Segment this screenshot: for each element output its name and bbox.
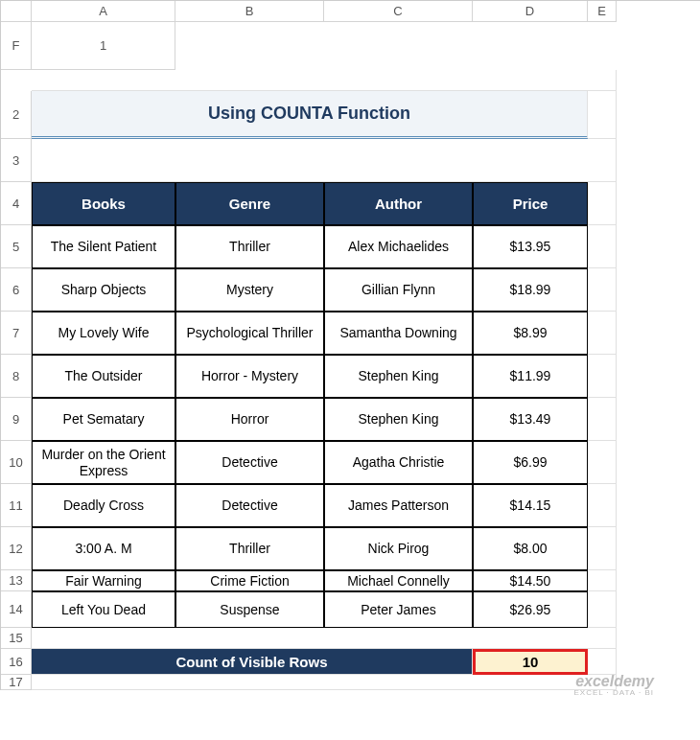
cell-price[interactable]: $14.50 — [473, 570, 588, 591]
row-header-12[interactable]: 12 — [1, 527, 32, 570]
cell-book[interactable]: The Silent Patient — [32, 225, 175, 268]
row-header-16[interactable]: 16 — [1, 649, 32, 675]
watermark-sub: EXCEL · DATA · BI — [573, 689, 654, 698]
cell-price[interactable]: $13.95 — [473, 225, 588, 268]
cell-genre[interactable]: Mystery — [175, 268, 324, 312]
row-header-9[interactable]: 9 — [1, 398, 32, 441]
cell-genre[interactable]: Detective — [175, 484, 324, 527]
cell-book[interactable]: Fair Warning — [32, 570, 175, 591]
cell-price[interactable]: $6.99 — [473, 441, 588, 484]
cell-price[interactable]: $18.99 — [473, 268, 588, 312]
col-header-e[interactable]: E — [588, 1, 617, 22]
cell-empty[interactable] — [588, 591, 617, 628]
row-header-4[interactable]: 4 — [1, 182, 32, 225]
row-header-13[interactable]: 13 — [1, 570, 32, 591]
grid-corner — [1, 1, 32, 22]
row-header-8[interactable]: 8 — [1, 355, 32, 398]
cell-price[interactable]: $26.95 — [473, 591, 588, 628]
cell-book[interactable]: Sharp Objects — [32, 268, 175, 312]
row-header-14[interactable]: 14 — [1, 591, 32, 628]
cell-empty[interactable] — [588, 649, 617, 675]
row-header-10[interactable]: 10 — [1, 441, 32, 484]
row-header-3[interactable]: 3 — [1, 139, 32, 182]
cell-empty[interactable] — [588, 484, 617, 527]
cell-author[interactable]: Peter James — [324, 591, 473, 628]
col-header-c[interactable]: C — [324, 1, 473, 22]
cell-author[interactable]: Alex Michaelides — [324, 225, 473, 268]
spreadsheet-grid: A B C D E F 1 2 Using COUNTA Function 3 … — [0, 0, 700, 690]
cell-genre[interactable]: Suspense — [175, 591, 324, 628]
row-header-1[interactable]: 1 — [32, 22, 175, 70]
cell-price[interactable]: $13.49 — [473, 398, 588, 441]
watermark-title: exceldemy — [573, 673, 654, 690]
row-header-6[interactable]: 6 — [1, 268, 32, 312]
cell-author[interactable]: Stephen King — [324, 398, 473, 441]
cell-empty[interactable] — [588, 527, 617, 570]
cell-empty[interactable] — [588, 355, 617, 398]
th-price[interactable]: Price — [473, 182, 588, 225]
cell-author[interactable]: Agatha Christie — [324, 441, 473, 484]
cell-author[interactable]: Samantha Downing — [324, 312, 473, 355]
cell-empty[interactable] — [588, 182, 617, 225]
cell-empty[interactable] — [32, 70, 617, 91]
cell-empty[interactable] — [32, 139, 617, 182]
cell-genre[interactable]: Horror — [175, 398, 324, 441]
col-header-f[interactable]: F — [1, 22, 32, 70]
cell-book[interactable]: Murder on the Orient Express — [32, 441, 175, 484]
cell-genre[interactable]: Thriller — [175, 225, 324, 268]
th-books[interactable]: Books — [32, 182, 175, 225]
cell-book[interactable]: Deadly Cross — [32, 484, 175, 527]
cell-author[interactable]: Nick Pirog — [324, 527, 473, 570]
cell-price[interactable]: $11.99 — [473, 355, 588, 398]
col-header-a[interactable]: A — [32, 1, 175, 22]
row-header-5[interactable]: 5 — [1, 225, 32, 268]
col-header-b[interactable]: B — [175, 1, 324, 22]
cell-empty[interactable] — [588, 312, 617, 355]
cell-genre[interactable]: Thriller — [175, 527, 324, 570]
cell-author[interactable]: Michael Connelly — [324, 570, 473, 591]
count-value[interactable]: 10 — [473, 649, 588, 675]
cell-price[interactable]: $8.00 — [473, 527, 588, 570]
th-genre[interactable]: Genre — [175, 182, 324, 225]
cell-price[interactable]: $8.99 — [473, 312, 588, 355]
cell-book[interactable]: The Outsider — [32, 355, 175, 398]
col-header-d[interactable]: D — [473, 1, 588, 22]
cell-book[interactable]: 3:00 A. M — [32, 527, 175, 570]
cell-empty[interactable] — [32, 675, 617, 690]
cell-author[interactable]: James Patterson — [324, 484, 473, 527]
cell-empty[interactable] — [588, 268, 617, 312]
row-header-7[interactable]: 7 — [1, 312, 32, 355]
cell-book[interactable]: Pet Sematary — [32, 398, 175, 441]
cell-genre[interactable]: Psychological Thriller — [175, 312, 324, 355]
cell-genre[interactable]: Detective — [175, 441, 324, 484]
watermark: exceldemy EXCEL · DATA · BI — [573, 673, 654, 698]
cell-empty[interactable] — [588, 570, 617, 591]
count-label[interactable]: Count of Visible Rows — [32, 649, 473, 675]
row-header-11[interactable]: 11 — [1, 484, 32, 527]
cell-author[interactable]: Gillian Flynn — [324, 268, 473, 312]
cell-author[interactable]: Stephen King — [324, 355, 473, 398]
cell-book[interactable]: Left You Dead — [32, 591, 175, 628]
row-header-15[interactable]: 15 — [1, 628, 32, 649]
page-title[interactable]: Using COUNTA Function — [32, 91, 588, 139]
cell-empty[interactable] — [588, 225, 617, 268]
row-header-17[interactable]: 17 — [1, 675, 32, 690]
cell-empty[interactable] — [588, 441, 617, 484]
th-author[interactable]: Author — [324, 182, 473, 225]
cell-book[interactable]: My Lovely Wife — [32, 312, 175, 355]
cell-empty[interactable] — [588, 91, 617, 139]
cell-price[interactable]: $14.15 — [473, 484, 588, 527]
cell-empty[interactable] — [32, 628, 617, 649]
cell-genre[interactable]: Horror - Mystery — [175, 355, 324, 398]
cell-genre[interactable]: Crime Fiction — [175, 570, 324, 591]
row-header-2[interactable]: 2 — [1, 91, 32, 139]
cell-empty[interactable] — [588, 398, 617, 441]
